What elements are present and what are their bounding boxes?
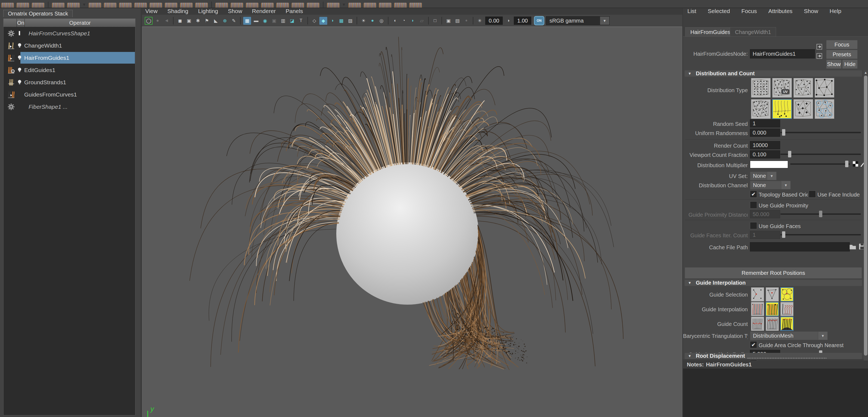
operator-row-hairfromguides1[interactable]: HairFromGuides1 (3, 52, 135, 64)
remember-root-positions-button[interactable]: Remember Root Positions (685, 267, 862, 279)
shelf-icon[interactable] (409, 3, 422, 8)
gamma-field[interactable]: 1.00 (514, 17, 531, 25)
menu-attributes[interactable]: Attributes (764, 8, 800, 14)
shelf-icon[interactable] (1, 3, 14, 8)
grid-icon[interactable]: ▦ (243, 17, 251, 25)
shelf-icon[interactable] (67, 3, 80, 8)
guide-interpolation-option-3[interactable] (780, 302, 794, 316)
slider-handle[interactable] (788, 151, 791, 157)
guide-selection-option-3[interactable] (780, 287, 794, 301)
joints-xray-icon[interactable]: ▫ (462, 17, 470, 25)
guide-count-option-2[interactable] (766, 317, 779, 331)
operator-row-groundstrands1[interactable]: GroundStrands1 (3, 76, 135, 88)
topology-based-orientation-checkbox[interactable]: ✔ (750, 191, 757, 198)
zoom-region-icon[interactable]: ⊕ (221, 17, 229, 25)
distribution-type-option-7[interactable] (794, 99, 813, 119)
uv-set-select[interactable]: None ▼ (750, 171, 777, 180)
texture-map-icon[interactable] (852, 161, 859, 167)
shelf-icon[interactable] (379, 3, 392, 8)
menu-list[interactable]: List (683, 8, 704, 14)
enabled-bar-icon[interactable] (17, 30, 23, 36)
node-name-field[interactable]: HairFromGuides1 (750, 49, 815, 59)
viewport-count-fraction-slider[interactable] (780, 151, 861, 157)
shelf-icon[interactable] (119, 3, 132, 8)
folder-icon[interactable] (849, 243, 857, 250)
flat-shade-icon[interactable]: ◑ (328, 17, 336, 25)
distribution-type-option-5[interactable] (751, 99, 771, 119)
safe-title-icon[interactable]: T (297, 17, 305, 25)
shelf-icon[interactable] (291, 3, 304, 8)
render-count-field[interactable]: 10000 (750, 141, 780, 149)
shelf-icon[interactable] (195, 3, 208, 8)
shelf-icon[interactable] (89, 3, 101, 8)
motion-blur-icon[interactable]: ◗ (409, 17, 417, 25)
shelf-icon[interactable] (276, 3, 289, 8)
barycentric-triangulation-type-select[interactable]: DistributionMesh ▼ (750, 331, 828, 340)
scroll-up-icon[interactable]: ▲ (864, 71, 868, 74)
viewport-3d-canvas[interactable]: y (142, 27, 682, 417)
visibility-bulb-icon[interactable] (17, 79, 23, 85)
camera-attributes-icon[interactable]: ✱ (194, 17, 202, 25)
checker-icon[interactable]: ▨ (346, 17, 354, 25)
gate-mask-icon[interactable]: ▣ (270, 17, 278, 25)
shelf-icon[interactable] (134, 3, 147, 8)
grease-pencil-icon[interactable]: ✎ (230, 17, 238, 25)
guide-count-option-1[interactable] (751, 317, 764, 331)
shelf-flyout-icon[interactable]: ▼ (82, 2, 86, 7)
menu-show[interactable]: Show (800, 8, 825, 14)
uniform-randomness-slider[interactable] (780, 129, 861, 136)
bookmark-icon[interactable]: ⚑ (203, 17, 211, 25)
operators-stack-tab[interactable]: Ornatrix Operators Stack (3, 10, 73, 17)
isolate-select-icon[interactable]: ▣ (444, 17, 452, 25)
viewport-renderer-icon[interactable]: ◯ (145, 17, 153, 25)
slider-track[interactable] (780, 154, 861, 155)
shelf-icon[interactable] (394, 3, 407, 8)
default-light-icon[interactable]: ☀ (360, 17, 368, 25)
use-face-include-checkbox[interactable] (809, 191, 816, 198)
history-icon[interactable]: ● (154, 17, 162, 25)
ao-icon[interactable]: ◔ (400, 17, 408, 25)
exposure-icon[interactable]: ✳ (476, 17, 484, 25)
field-chart-icon[interactable]: ▥ (279, 17, 287, 25)
shelf-icon[interactable] (246, 3, 258, 8)
distribution-type-option-1[interactable] (751, 78, 771, 98)
tab-changewidth1[interactable]: ChangeWidth1 (730, 27, 776, 37)
shelf-icon[interactable] (17, 3, 29, 8)
select-region-icon[interactable]: □ (431, 17, 439, 25)
distribution-type-option-8[interactable] (815, 99, 834, 119)
notes-text-area[interactable] (683, 368, 868, 417)
camera-icon[interactable]: ◼ (176, 17, 184, 25)
shadows-icon[interactable]: ◖ (391, 17, 399, 25)
use-guide-proximity-checkbox[interactable] (750, 201, 757, 208)
slider-track[interactable] (780, 132, 861, 133)
menu-help[interactable]: Help (825, 8, 848, 14)
menu-focus[interactable]: Focus (737, 8, 764, 14)
distribution-type-option-6[interactable] (772, 99, 792, 119)
shelf-icon[interactable] (165, 3, 177, 8)
operator-row-guidesfromcurves1[interactable]: GuidesFromCurves1 (3, 88, 135, 101)
shelf-icon[interactable] (215, 3, 228, 8)
menu-panels[interactable]: Panels (282, 8, 310, 14)
focus-button[interactable]: Focus (826, 40, 858, 49)
pick-icon[interactable]: ◄ (163, 17, 170, 25)
connection-out-icon[interactable] (816, 53, 823, 60)
random-seed-field[interactable]: 1 (750, 119, 780, 128)
section-guide-interpolation[interactable]: ▼ Guide Interpolation (685, 280, 862, 286)
uniform-randomness-field[interactable]: 0.000 (750, 129, 780, 137)
menu-shading[interactable]: Shading (164, 8, 195, 14)
menu-lighting[interactable]: Lighting (195, 8, 225, 14)
resolution-gate-icon[interactable]: ◉ (261, 17, 269, 25)
shelf-icon[interactable] (180, 3, 193, 8)
menu-renderer[interactable]: Renderer (249, 8, 282, 14)
use-guide-faces-checkbox[interactable] (750, 222, 757, 229)
distribution-type-option-2[interactable]: UV (772, 78, 792, 98)
smooth-shade-icon[interactable]: ◆ (319, 17, 327, 25)
shelf-icon[interactable] (348, 3, 361, 8)
guide-selection-option-1[interactable] (751, 287, 764, 301)
operator-row-fibershape1----[interactable]: FiberShape1 ... (3, 101, 135, 113)
camera-lock-icon[interactable]: ▣ (185, 17, 193, 25)
distribution-type-option-3[interactable] (794, 78, 813, 98)
wireframe-icon[interactable]: ◇ (310, 17, 318, 25)
hide-button[interactable]: Hide (842, 60, 858, 69)
film-gate-toggle-icon[interactable]: ▬ (252, 17, 260, 25)
